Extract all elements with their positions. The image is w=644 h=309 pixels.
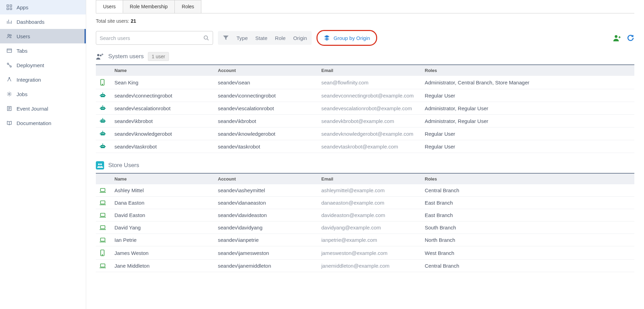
cell-name: David Easton	[111, 209, 214, 222]
svg-rect-39	[105, 133, 106, 134]
svg-point-49	[98, 164, 100, 165]
sidebar-item-label: Documentation	[17, 120, 51, 126]
cell-roles: Administrator, Regular User	[421, 115, 634, 127]
table-row[interactable]: Jane Middletonseandev\janemiddletonjanem…	[96, 260, 634, 272]
svg-point-36	[102, 118, 103, 119]
tab-label: Roles	[182, 4, 194, 9]
add-user-button[interactable]	[613, 34, 621, 42]
filter-type[interactable]: Type	[237, 35, 248, 41]
svg-rect-52	[101, 201, 105, 204]
cell-account: seandev\escalationrobot	[214, 102, 318, 115]
group-by-origin-label: Group by Origin	[333, 35, 370, 41]
total-count: 21	[131, 18, 136, 24]
col-account[interactable]: Account	[214, 173, 318, 184]
tab-users[interactable]: Users	[96, 0, 123, 13]
svg-point-30	[102, 105, 103, 106]
cell-email: jamesweston@example.com	[318, 246, 421, 260]
cell-name: Ian Petrie	[111, 234, 214, 246]
table-row[interactable]: James Westonseandev\jameswestonjameswest…	[96, 246, 634, 260]
group-users-icon	[96, 161, 104, 169]
group-badge: 1 user	[148, 52, 169, 61]
chart-icon	[6, 19, 12, 25]
gear-icon	[6, 91, 12, 97]
sidebar-item-apps[interactable]: Apps	[0, 0, 86, 14]
cell-account: seandev\ianpetrie	[214, 234, 318, 246]
cell-email: davideaston@example.com	[318, 209, 421, 222]
cell-email: danaeaston@example.com	[318, 197, 421, 209]
table-row[interactable]: seandev\kbrobotseandev\kbrobotseandevkbr…	[96, 115, 634, 127]
sidebar-item-event-journal[interactable]: Event Journal	[0, 101, 86, 116]
sidebar-item-users[interactable]: Users	[0, 29, 86, 43]
table-row[interactable]: Ashley Mittelseandev\asheymittelashleymi…	[96, 184, 634, 197]
table-row[interactable]: seandev\escalationrobotseandev\escalatio…	[96, 102, 634, 115]
store-users-table: Name Account Email Roles Ashley Mittelse…	[96, 173, 634, 272]
filter-state[interactable]: State	[255, 35, 268, 41]
table-row[interactable]: Dana Eastonseandev\danaeastondanaeaston@…	[96, 197, 634, 209]
svg-rect-33	[105, 121, 106, 122]
refresh-button[interactable]	[627, 34, 634, 42]
table-row[interactable]: Sean Kingseandev\seansean@flowfinity.com…	[96, 76, 634, 89]
table-row[interactable]: seandev\connectingrobotseandev\connectin…	[96, 89, 634, 102]
table-row[interactable]: Ian Petrieseandev\ianpetrieianpetrie@exa…	[96, 234, 634, 246]
svg-point-29	[103, 108, 104, 109]
layers-icon	[324, 35, 330, 41]
search-box[interactable]	[96, 31, 213, 45]
cell-account: seandev\danaeaston	[214, 197, 318, 209]
svg-rect-54	[101, 226, 105, 229]
svg-rect-37	[101, 132, 105, 135]
cell-email: ashleymittel@example.com	[318, 184, 421, 197]
svg-point-24	[102, 93, 103, 93]
svg-point-41	[103, 133, 104, 134]
toolbar: Type State Role Origin Group by Origin	[96, 30, 634, 46]
group-header-store: Store Users	[96, 161, 634, 169]
cell-roles: Central Branch	[421, 184, 634, 197]
svg-point-14	[97, 54, 99, 56]
sidebar-item-tabs[interactable]: Tabs	[0, 43, 86, 58]
tabs-icon	[6, 48, 12, 54]
cell-name: David Yang	[111, 222, 214, 234]
svg-rect-53	[101, 213, 105, 216]
svg-point-34	[102, 121, 102, 121]
svg-point-4	[8, 34, 10, 36]
table-row[interactable]: David Yangseandev\davidyangdavidyang@exa…	[96, 222, 634, 234]
table-header-row: Name Account Email Roles	[96, 65, 634, 76]
col-email[interactable]: Email	[318, 173, 421, 184]
table-row[interactable]: David Eastonseandev\davideastondavideast…	[96, 209, 634, 222]
col-name[interactable]: Name	[111, 65, 214, 76]
svg-rect-55	[101, 238, 105, 241]
row-type-icon	[96, 127, 111, 140]
cell-name: seandev\escalationrobot	[111, 102, 214, 115]
col-roles[interactable]: Roles	[421, 65, 634, 76]
group-by-origin-button[interactable]: Group by Origin	[316, 30, 377, 46]
cell-name: seandev\kbrobot	[111, 115, 214, 127]
col-name[interactable]: Name	[111, 173, 214, 184]
svg-rect-51	[101, 188, 105, 192]
svg-rect-3	[10, 8, 12, 10]
sidebar-item-integration[interactable]: Integration	[0, 72, 86, 87]
svg-point-5	[10, 35, 11, 36]
col-account[interactable]: Account	[214, 65, 318, 76]
sidebar: Apps Dashboards Users Tabs Deployment In…	[0, 0, 86, 309]
table-row[interactable]: seandev\knowledgerobotseandev\knowledger…	[96, 127, 634, 140]
sidebar-item-deployment[interactable]: Deployment	[0, 58, 86, 72]
sidebar-item-label: Tabs	[17, 48, 28, 54]
svg-point-15	[100, 55, 102, 56]
svg-point-23	[103, 95, 104, 96]
svg-rect-31	[101, 120, 105, 123]
filter-role[interactable]: Role	[275, 35, 286, 41]
search-input[interactable]	[100, 35, 203, 41]
cell-roles: North Branch	[421, 234, 634, 246]
tab-role-membership[interactable]: Role Membership	[123, 0, 175, 13]
filter-origin[interactable]: Origin	[293, 35, 307, 41]
sidebar-item-dashboards[interactable]: Dashboards	[0, 14, 86, 29]
cell-email: davidyang@example.com	[318, 222, 421, 234]
sidebar-item-jobs[interactable]: Jobs	[0, 87, 86, 101]
col-email[interactable]: Email	[318, 65, 421, 76]
col-roles[interactable]: Roles	[421, 173, 634, 184]
table-row[interactable]: seandev\taskrobotseandev\taskrobotseande…	[96, 140, 634, 153]
group-title: Store Users	[108, 162, 139, 169]
tab-roles[interactable]: Roles	[174, 0, 201, 13]
sidebar-item-label: Deployment	[17, 62, 44, 68]
cell-account: seandev\sean	[214, 76, 318, 89]
sidebar-item-documentation[interactable]: Documentation	[0, 116, 86, 130]
